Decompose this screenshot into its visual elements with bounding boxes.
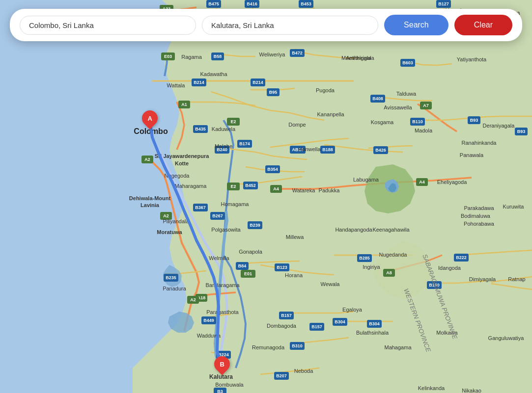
svg-text:Pohorabawa: Pohorabawa bbox=[464, 221, 495, 227]
svg-text:B285: B285 bbox=[359, 256, 370, 261]
svg-text:Welmilla: Welmilla bbox=[209, 255, 229, 261]
svg-text:Padukka: Padukka bbox=[319, 187, 340, 193]
svg-text:Kaduwela: Kaduwela bbox=[212, 126, 236, 132]
pin-b-circle: B bbox=[211, 353, 233, 375]
svg-text:Pugoda: Pugoda bbox=[316, 87, 335, 93]
svg-text:Deraniyagala: Deraniyagala bbox=[483, 123, 515, 129]
svg-text:Bulathsinhala: Bulathsinhala bbox=[356, 330, 389, 336]
svg-text:Millewa: Millewa bbox=[286, 234, 305, 240]
search-bar: Search Clear bbox=[10, 9, 522, 41]
svg-text:B214: B214 bbox=[194, 80, 204, 85]
svg-text:Bodimaluwa: Bodimaluwa bbox=[461, 213, 491, 219]
svg-text:Dimiyagala: Dimiyagala bbox=[469, 276, 496, 282]
svg-text:E01: E01 bbox=[244, 271, 252, 276]
svg-text:B214: B214 bbox=[252, 80, 263, 85]
svg-text:Wewala: Wewala bbox=[321, 281, 340, 287]
svg-text:B603: B603 bbox=[402, 60, 413, 65]
svg-text:Paragasthota: Paragasthota bbox=[206, 309, 239, 315]
svg-text:Kotte: Kotte bbox=[175, 160, 189, 166]
svg-text:Nugedanda: Nugedanda bbox=[379, 252, 408, 258]
svg-text:Kosgama: Kosgama bbox=[371, 119, 394, 125]
svg-text:A2: A2 bbox=[144, 157, 150, 162]
svg-text:B235: B235 bbox=[166, 275, 176, 280]
svg-text:B453: B453 bbox=[301, 1, 311, 6]
svg-text:Madola: Madola bbox=[415, 128, 433, 133]
svg-text:B95: B95 bbox=[269, 90, 278, 95]
svg-text:B58: B58 bbox=[214, 54, 222, 59]
svg-text:Piliyandala: Piliyandala bbox=[163, 218, 189, 224]
svg-text:B222: B222 bbox=[456, 255, 467, 260]
svg-text:Sri Jayawardenepura: Sri Jayawardenepura bbox=[155, 153, 210, 159]
svg-text:Hanwella: Hanwella bbox=[298, 146, 321, 152]
svg-text:Egaloya: Egaloya bbox=[342, 307, 363, 313]
svg-text:A8: A8 bbox=[386, 270, 392, 275]
clear-button[interactable]: Clear bbox=[454, 15, 512, 35]
pin-a-circle: A bbox=[139, 107, 161, 129]
svg-text:Labugama: Labugama bbox=[353, 177, 379, 183]
svg-text:B449: B449 bbox=[203, 318, 214, 323]
svg-text:Homagama: Homagama bbox=[221, 201, 250, 207]
svg-text:B367: B367 bbox=[195, 205, 206, 210]
svg-text:Kuruwita: Kuruwita bbox=[503, 204, 525, 210]
svg-text:Talduwa: Talduwa bbox=[396, 91, 417, 97]
svg-text:B93: B93 bbox=[517, 129, 526, 134]
svg-text:A2: A2 bbox=[190, 297, 196, 302]
svg-text:Ratnap: Ratnap bbox=[508, 276, 525, 282]
svg-text:Parakadawa: Parakadawa bbox=[464, 205, 494, 211]
svg-text:Kananpella: Kananpella bbox=[317, 111, 344, 117]
svg-text:Remunagoda: Remunagoda bbox=[252, 344, 285, 350]
svg-text:Malabe: Malabe bbox=[215, 143, 232, 149]
svg-text:B110: B110 bbox=[412, 119, 423, 124]
svg-text:B188: B188 bbox=[322, 147, 333, 152]
svg-text:Ingiriya: Ingiriya bbox=[363, 264, 380, 270]
svg-text:Bombuwala: Bombuwala bbox=[215, 382, 244, 388]
svg-text:B475: B475 bbox=[208, 1, 219, 6]
svg-text:A4: A4 bbox=[273, 186, 279, 191]
svg-text:Bandaragama: Bandaragama bbox=[205, 282, 240, 288]
svg-text:Dompe: Dompe bbox=[288, 122, 306, 128]
svg-text:Watareka: Watareka bbox=[292, 187, 316, 193]
svg-text:Kadawatha: Kadawatha bbox=[200, 71, 227, 77]
svg-text:B435: B435 bbox=[195, 127, 206, 131]
svg-text:Ranahinkanda: Ranahinkanda bbox=[462, 140, 497, 146]
svg-text:Lavinia: Lavinia bbox=[140, 202, 160, 208]
svg-text:E2: E2 bbox=[230, 184, 236, 189]
svg-text:Dombagoda: Dombagoda bbox=[267, 323, 297, 329]
svg-text:Moratuwa: Moratuwa bbox=[157, 229, 182, 235]
svg-text:B304: B304 bbox=[369, 321, 380, 326]
search-button[interactable]: Search bbox=[384, 15, 448, 35]
svg-text:B408: B408 bbox=[372, 96, 383, 101]
svg-text:A1: A1 bbox=[181, 102, 187, 107]
svg-text:B93: B93 bbox=[470, 118, 478, 123]
svg-text:B3: B3 bbox=[217, 389, 223, 393]
svg-text:Panadura: Panadura bbox=[163, 286, 187, 291]
svg-text:Weliweriya: Weliweriya bbox=[259, 52, 286, 57]
svg-text:B472: B472 bbox=[292, 51, 303, 55]
svg-text:A7: A7 bbox=[423, 103, 429, 108]
pin-a: A bbox=[142, 110, 158, 126]
svg-text:B84: B84 bbox=[238, 263, 247, 268]
pin-b-label: B bbox=[220, 361, 224, 368]
svg-text:B416: B416 bbox=[247, 1, 257, 6]
svg-text:B123: B123 bbox=[277, 265, 287, 270]
svg-text:Eheliyagoda: Eheliyagoda bbox=[437, 179, 467, 185]
svg-text:Polgasowita: Polgasowita bbox=[211, 227, 241, 233]
svg-text:Ganguluwatiya: Ganguluwatiya bbox=[488, 335, 525, 341]
svg-text:B174: B174 bbox=[239, 141, 250, 146]
svg-text:Dehiwala-Mount: Dehiwala-Mount bbox=[129, 195, 171, 201]
destination-input[interactable] bbox=[202, 16, 378, 35]
svg-text:Mahagama: Mahagama bbox=[384, 344, 412, 350]
pin-a-label: A bbox=[147, 115, 152, 122]
origin-input[interactable] bbox=[20, 16, 196, 35]
svg-text:B207: B207 bbox=[276, 373, 287, 378]
svg-text:Keenagahawila: Keenagahawila bbox=[372, 227, 410, 233]
svg-text:B310: B310 bbox=[292, 343, 303, 348]
svg-text:Avissawella: Avissawella bbox=[384, 105, 412, 110]
svg-text:Neboda: Neboda bbox=[294, 368, 313, 374]
svg-text:Maharagama: Maharagama bbox=[175, 183, 207, 189]
pin-b: B bbox=[214, 356, 230, 372]
svg-text:Kelinkanda: Kelinkanda bbox=[418, 385, 445, 391]
svg-text:B127: B127 bbox=[438, 1, 449, 6]
svg-text:Yatiyanthota: Yatiyanthota bbox=[457, 56, 487, 62]
svg-text:Handapangoda: Handapangoda bbox=[335, 227, 372, 233]
